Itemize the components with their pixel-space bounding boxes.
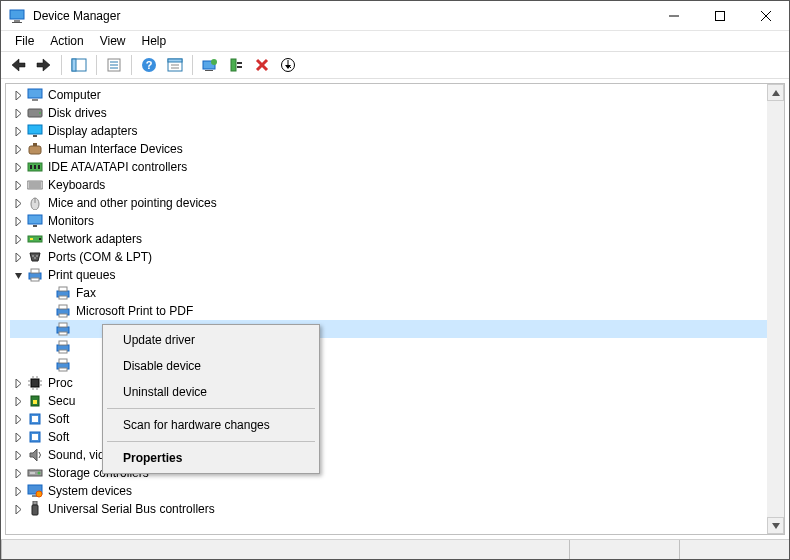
close-button[interactable] [743,1,789,31]
expand-icon[interactable] [10,482,26,500]
svg-rect-61 [59,305,67,309]
minimize-button[interactable] [651,1,697,31]
title-bar: Device Manager [1,1,789,31]
menu-action[interactable]: Action [42,32,91,50]
help-button[interactable]: ? [138,54,160,76]
expand-icon[interactable] [10,374,26,392]
svg-rect-32 [28,125,42,134]
svg-rect-24 [237,66,242,68]
expand-icon[interactable] [10,410,26,428]
printer-icon [26,267,44,283]
expand-icon[interactable] [10,428,26,446]
svg-rect-55 [31,269,39,273]
expand-icon[interactable] [10,446,26,464]
app-icon [9,8,25,24]
tree-category[interactable]: Ports (COM & LPT) [10,248,784,266]
window-controls [651,1,789,31]
ctx-separator [107,408,315,409]
svg-rect-49 [30,238,33,240]
tree-category[interactable]: Universal Serial Bus controllers [10,500,784,518]
client-area: ComputerDisk drivesDisplay adaptersHuman… [1,79,789,539]
tree-device[interactable]: Fax [10,284,784,302]
svg-rect-23 [237,62,242,64]
category-label: Secu [48,394,75,408]
ctx-update-driver[interactable]: Update driver [105,327,317,353]
ctx-disable-device[interactable]: Disable device [105,353,317,379]
back-button[interactable] [7,54,29,76]
scan-changes-button[interactable] [277,54,299,76]
status-panel [679,540,789,559]
maximize-button[interactable] [697,1,743,31]
tree-category[interactable]: IDE ATA/ATAPI controllers [10,158,784,176]
scroll-down-button[interactable] [767,517,784,534]
expand-icon[interactable] [10,500,26,518]
processor-icon [26,375,44,391]
tree-category[interactable]: Monitors [10,212,784,230]
menu-file[interactable]: File [7,32,42,50]
ctx-properties[interactable]: Properties [105,445,317,471]
category-label: Network adapters [48,232,142,246]
expand-icon[interactable] [10,194,26,212]
menu-view[interactable]: View [92,32,134,50]
category-label: Monitors [48,214,94,228]
uninstall-device-button[interactable] [251,54,273,76]
expand-icon[interactable] [10,230,26,248]
category-label: Computer [48,88,101,102]
expand-icon[interactable] [10,176,26,194]
toolbar: ? [1,51,789,79]
properties-button[interactable] [103,54,125,76]
svg-rect-62 [59,314,67,317]
tree-category[interactable]: Network adapters [10,230,784,248]
toolbar-divider [61,55,62,75]
category-label: Disk drives [48,106,107,120]
port-icon [26,249,44,265]
display-icon [26,123,44,139]
svg-rect-1 [14,20,20,22]
tree-category[interactable]: Human Interface Devices [10,140,784,158]
tree-category[interactable]: Keyboards [10,176,784,194]
printer-icon [54,339,72,355]
ctx-uninstall-device[interactable]: Uninstall device [105,379,317,405]
category-label: Print queues [48,268,115,282]
toolbar-divider [131,55,132,75]
expand-icon[interactable] [10,248,26,266]
svg-rect-16 [168,59,182,62]
sound-icon [26,447,44,463]
scroll-up-button[interactable] [767,84,784,101]
expand-icon[interactable] [10,86,26,104]
expand-icon[interactable] [10,212,26,230]
tree-category[interactable]: System devices [10,482,784,500]
svg-point-88 [38,472,41,475]
svg-rect-4 [716,11,725,20]
expand-icon[interactable] [10,122,26,140]
enable-device-button[interactable] [225,54,247,76]
tree-category[interactable]: Display adapters [10,122,784,140]
monitor-icon [26,213,44,229]
forward-button[interactable] [33,54,55,76]
expand-icon[interactable] [10,158,26,176]
menu-help[interactable]: Help [134,32,175,50]
software-icon [26,429,44,445]
svg-rect-2 [12,22,22,23]
expand-icon[interactable] [10,392,26,410]
vertical-scrollbar[interactable] [767,84,784,534]
expand-icon[interactable] [10,464,26,482]
tree-category[interactable]: Computer [10,86,784,104]
software-icon [26,411,44,427]
update-driver-button[interactable] [199,54,221,76]
svg-point-53 [34,257,36,259]
tree-device[interactable]: Microsoft Print to PDF [10,302,784,320]
scan-hardware-button[interactable] [164,54,186,76]
tree-category[interactable]: Disk drives [10,104,784,122]
tree-category[interactable]: Mice and other pointing devices [10,194,784,212]
expand-icon[interactable] [10,140,26,158]
ctx-scan-hardware[interactable]: Scan for hardware changes [105,412,317,438]
tree-category[interactable]: Print queues [10,266,784,284]
collapse-icon[interactable] [10,266,26,284]
expand-icon[interactable] [10,104,26,122]
svg-rect-89 [30,472,35,474]
category-label: Human Interface Devices [48,142,183,156]
printer-icon [54,303,72,319]
show-hide-console-button[interactable] [68,54,90,76]
category-label: Universal Serial Bus controllers [48,502,215,516]
